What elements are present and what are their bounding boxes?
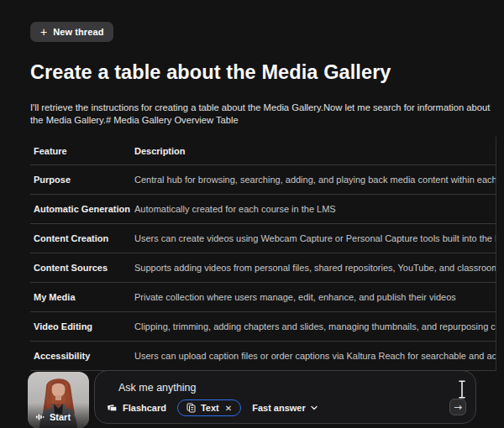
fast-answer-chip[interactable]: Fast answer [250,399,319,416]
cell-feature: Video Editing [30,321,134,331]
cell-feature: Accessibility [30,351,134,361]
cell-feature: Content Creation [30,233,134,243]
table-row: Purpose Central hub for browsing, search… [30,165,496,195]
cell-description: Users can upload caption files or order … [134,351,496,361]
start-label: Start [50,412,71,422]
cell-description: Supports adding videos from personal fil… [134,263,496,273]
table-row: Accessibility Users can upload caption f… [30,342,496,371]
table-row: Content Creation Users can create videos… [30,224,496,253]
start-button[interactable]: Start [35,412,71,422]
page-title: Create a table about the Media Gallery [30,61,501,84]
ask-input[interactable] [118,379,396,396]
text-chip-label: Text [201,403,219,413]
close-icon[interactable]: ✕ [225,404,232,413]
text-format-icon [186,403,196,413]
cell-feature: Automatic Generation [30,204,134,214]
new-thread-button[interactable]: + New thread [30,22,113,42]
new-thread-label: New thread [53,27,103,37]
cell-description: Central hub for browsing, searching, add… [134,175,496,185]
app-screen: + New thread Create a table about the Me… [0,0,504,428]
table-row: My Media Private collection where users … [30,283,496,312]
cell-feature: Purpose [30,175,134,185]
table-row: Content Sources Supports adding videos f… [30,253,496,283]
table-row: Video Editing Clipping, trimming, adding… [30,312,496,342]
composer-chip-row: Flashcard Text ✕ Fast answer [105,399,319,416]
column-header-feature: Feature [30,146,134,156]
cell-description: Private collection where users manage, e… [134,292,496,302]
chevron-down-icon [311,405,318,410]
table-row: Automatic Generation Automatically creat… [30,195,496,224]
cell-description: Users can create videos using Webcam Cap… [134,233,496,243]
media-gallery-table: Feature Description Purpose Central hub … [30,137,496,371]
cell-description: Clipping, trimming, adding chapters and … [134,321,496,331]
fast-answer-label: Fast answer [252,403,306,413]
video-avatar-widget[interactable]: Start [28,372,89,428]
plus-icon: + [40,26,47,38]
table-header-row: Feature Description [30,137,496,165]
cell-feature: Content Sources [30,263,134,273]
flashcard-icon [107,403,118,413]
assistant-intro-text: I'll retrieve the instructions for creat… [30,102,497,126]
flashcard-label: Flashcard [123,403,166,413]
text-chip[interactable]: Text ✕ [177,399,241,416]
flashcard-chip[interactable]: Flashcard [105,399,168,416]
composer-panel: Flashcard Text ✕ Fast answer → [94,370,476,424]
send-button[interactable]: → [449,399,466,415]
cell-description: Automatically created for each course in… [134,204,496,214]
voice-icon [35,412,45,422]
cell-feature: My Media [30,292,134,302]
column-header-description: Description [134,146,496,156]
